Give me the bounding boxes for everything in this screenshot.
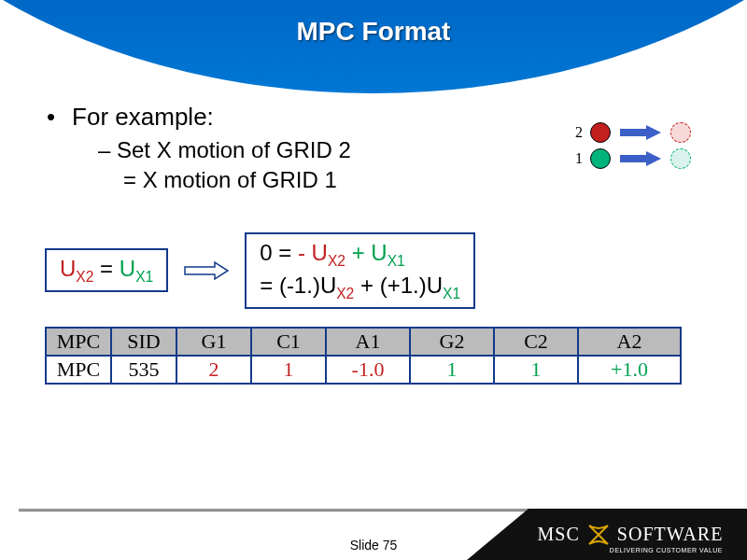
- table-header: MPC: [46, 328, 111, 356]
- table-header: G1: [176, 328, 251, 356]
- dot-outline-red-icon: [670, 122, 691, 143]
- implies-arrow-icon: [183, 259, 230, 283]
- plus-ux1: + UX1: [352, 240, 405, 265]
- equation-line1: 0 = - UX2 + UX1: [260, 238, 460, 271]
- table-cell: MPC: [46, 356, 111, 384]
- table-cell: 1: [494, 356, 578, 384]
- arrow-right-icon: [618, 149, 663, 168]
- slide-number: Slide 75: [0, 538, 747, 553]
- table-cell: 2: [176, 356, 251, 384]
- table-cell: 535: [111, 356, 176, 384]
- table-header: G2: [410, 328, 494, 356]
- coef-ux2: = (-1.)UX2: [260, 273, 354, 298]
- svg-rect-0: [620, 129, 646, 136]
- u-x2-label: UX2: [60, 256, 93, 281]
- svg-marker-3: [646, 151, 661, 166]
- legend: 2 1: [571, 119, 691, 172]
- mpc-table: MPC SID G1 C1 A1 G2 C2 A2 MPC 535 2 1 -1…: [45, 327, 682, 385]
- legend-label-2: 2: [571, 124, 583, 141]
- table-header: A1: [326, 328, 410, 356]
- legend-row-1: 1: [571, 146, 691, 172]
- equals-text: =: [100, 256, 120, 281]
- table-header: C2: [494, 328, 578, 356]
- legend-row-2: 2: [571, 119, 691, 146]
- table-cell: 1: [251, 356, 326, 384]
- table-cell: +1.0: [578, 356, 681, 384]
- equation-row: UX2 = UX1 0 = - UX2 + UX1 = (-1.)UX2 + (…: [45, 232, 475, 309]
- u-x1-label: UX1: [120, 256, 153, 281]
- dot-solid-green-icon: [590, 148, 611, 169]
- table-cell: 1: [410, 356, 494, 384]
- dot-outline-green-icon: [670, 148, 691, 169]
- svg-rect-2: [620, 155, 646, 162]
- equation-line2: = (-1.)UX2 + (+1.)UX1: [260, 271, 460, 303]
- legend-label-1: 1: [571, 150, 583, 167]
- minus-ux2: - UX2: [298, 240, 345, 265]
- table-row: MPC 535 2 1 -1.0 1 1 +1.0: [46, 356, 681, 384]
- slide-title: MPC Format: [0, 17, 747, 47]
- equation-simple: UX2 = UX1: [45, 248, 168, 292]
- arrow-right-icon: [618, 123, 663, 142]
- coef-ux1: + (+1.)UX1: [354, 273, 460, 298]
- table-header: A2: [578, 328, 681, 356]
- table-header: SID: [111, 328, 176, 356]
- table-header: C1: [251, 328, 326, 356]
- table-header-row: MPC SID G1 C1 A1 G2 C2 A2: [46, 328, 681, 356]
- dot-solid-red-icon: [590, 122, 611, 143]
- equation-expanded: 0 = - UX2 + UX1 = (-1.)UX2 + (+1.)UX1: [245, 232, 475, 309]
- svg-marker-1: [646, 125, 661, 140]
- header-arc: [0, 0, 747, 93]
- table-cell: -1.0: [326, 356, 410, 384]
